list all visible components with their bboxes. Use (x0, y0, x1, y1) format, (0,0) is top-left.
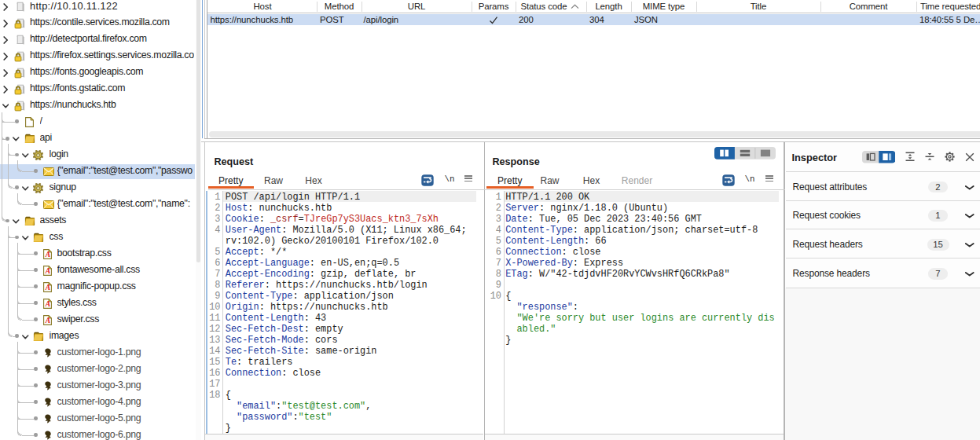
svg-text:A: A (45, 267, 50, 275)
svg-text:A: A (45, 317, 50, 324)
svg-text:A: A (45, 251, 50, 258)
svg-text:A: A (45, 300, 50, 308)
svg-text:A: A (45, 284, 50, 292)
